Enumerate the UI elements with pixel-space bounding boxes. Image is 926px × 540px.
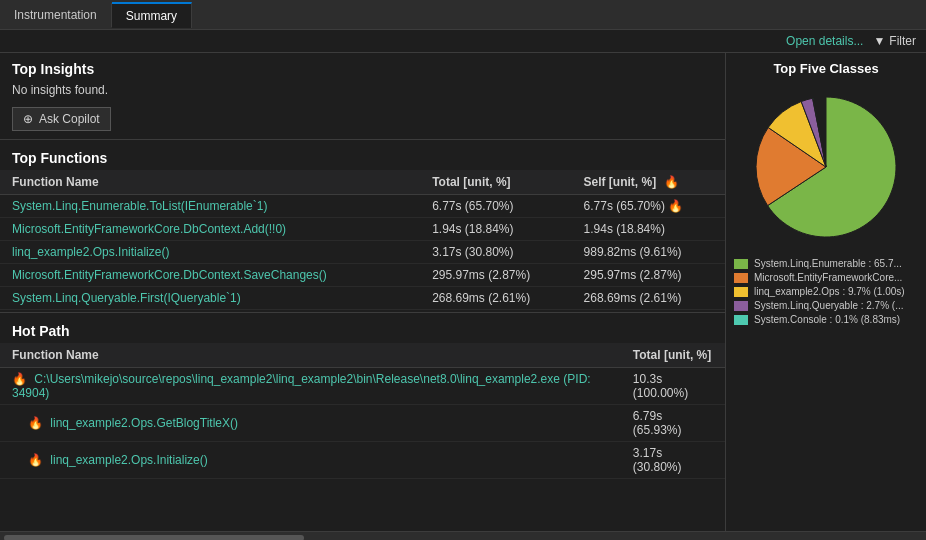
legend-label: Microsoft.EntityFrameworkCore... (754, 272, 902, 283)
func-link[interactable]: Microsoft.EntityFrameworkCore.DbContext.… (12, 268, 327, 282)
col-self: Self [unit, %] 🔥 (572, 170, 725, 195)
pie-chart-svg (746, 92, 906, 242)
open-details-link[interactable]: Open details... (786, 34, 863, 48)
col-function-name: Function Name (0, 170, 420, 195)
hot-col-total: Total [unit, %] (621, 343, 725, 368)
divider-2 (0, 312, 725, 313)
func-link[interactable]: linq_example2.Ops.Initialize() (12, 245, 169, 259)
left-panel: Top Insights No insights found. ⊕ Ask Co… (0, 53, 726, 531)
func-link[interactable]: System.Linq.Queryable.First(IQueryable`1… (12, 291, 241, 305)
table-row: Microsoft.EntityFrameworkCore.DbContext.… (0, 218, 725, 241)
divider-1 (0, 139, 725, 140)
copilot-icon: ⊕ (23, 112, 33, 126)
scroll-track (4, 535, 304, 541)
pie-chart-title: Top Five Classes (734, 61, 918, 76)
hot-path-icon: 🔥 (28, 453, 43, 467)
flame-icon: 🔥 (668, 199, 683, 213)
ask-copilot-button[interactable]: ⊕ Ask Copilot (12, 107, 111, 131)
table-row: Microsoft.EntityFrameworkCore.DbContext.… (0, 264, 725, 287)
filter-icon: ▼ (873, 34, 885, 48)
table-row: System.Linq.Queryable.First(IQueryable`1… (0, 287, 725, 310)
legend-color (734, 287, 748, 297)
col-total: Total [unit, %] (420, 170, 571, 195)
hot-path-icon: 🔥 (28, 416, 43, 430)
top-functions-table: Function Name Total [unit, %] Self [unit… (0, 170, 725, 310)
legend-item: System.Linq.Enumerable : 65.7... (734, 258, 918, 269)
legend-label: System.Linq.Enumerable : 65.7... (754, 258, 902, 269)
table-row: 🔥 linq_example2.Ops.Initialize() 3.17s (… (0, 442, 725, 479)
tab-instrumentation[interactable]: Instrumentation (0, 3, 112, 27)
legend-item: Microsoft.EntityFrameworkCore... (734, 272, 918, 283)
table-row: 🔥 linq_example2.Ops.GetBlogTitleX() 6.79… (0, 405, 725, 442)
main-layout: Top Insights No insights found. ⊕ Ask Co… (0, 53, 926, 531)
legend-label: System.Console : 0.1% (8.83ms) (754, 314, 900, 325)
table-row: linq_example2.Ops.Initialize() 3.17s (30… (0, 241, 725, 264)
table-row: System.Linq.Enumerable.ToList(IEnumerabl… (0, 195, 725, 218)
bottom-scrollbar[interactable] (0, 531, 926, 540)
pie-chart-container (734, 92, 918, 242)
legend-color (734, 259, 748, 269)
hot-col-function-name: Function Name (0, 343, 621, 368)
legend-item: System.Console : 0.1% (8.83ms) (734, 314, 918, 325)
legend-color (734, 301, 748, 311)
func-link[interactable]: System.Linq.Enumerable.ToList(IEnumerabl… (12, 199, 267, 213)
tab-summary[interactable]: Summary (112, 2, 192, 28)
legend-label: System.Linq.Queryable : 2.7% (... (754, 300, 904, 311)
hot-path-link[interactable]: linq_example2.Ops.Initialize() (50, 453, 207, 467)
right-panel: Top Five Classes System.Linq.Enumerable … (726, 53, 926, 531)
toolbar: Open details... ▼ Filter (0, 30, 926, 53)
legend-color (734, 273, 748, 283)
hot-path-link[interactable]: C:\Users\mikejo\source\repos\linq_exampl… (12, 372, 591, 400)
hot-path-icon: 🔥 (12, 372, 27, 386)
hot-path-header: Hot Path (0, 315, 725, 343)
legend-item: System.Linq.Queryable : 2.7% (... (734, 300, 918, 311)
legend-color (734, 315, 748, 325)
legend-label: linq_example2.Ops : 9.7% (1.00s) (754, 286, 905, 297)
top-functions-header: Top Functions (0, 142, 725, 170)
func-link[interactable]: Microsoft.EntityFrameworkCore.DbContext.… (12, 222, 286, 236)
flame-col-icon: 🔥 (664, 175, 679, 189)
hot-path-link[interactable]: linq_example2.Ops.GetBlogTitleX() (50, 416, 238, 430)
top-insights-header: Top Insights (0, 53, 725, 81)
filter-button[interactable]: ▼ Filter (873, 34, 916, 48)
legend-item: linq_example2.Ops : 9.7% (1.00s) (734, 286, 918, 297)
tab-bar: Instrumentation Summary (0, 0, 926, 30)
no-insights-text: No insights found. (0, 81, 725, 103)
table-row: 🔥 C:\Users\mikejo\source\repos\linq_exam… (0, 368, 725, 405)
hot-path-table: Function Name Total [unit, %] 🔥 C:\Users… (0, 343, 725, 479)
pie-legend: System.Linq.Enumerable : 65.7... Microso… (734, 258, 918, 325)
